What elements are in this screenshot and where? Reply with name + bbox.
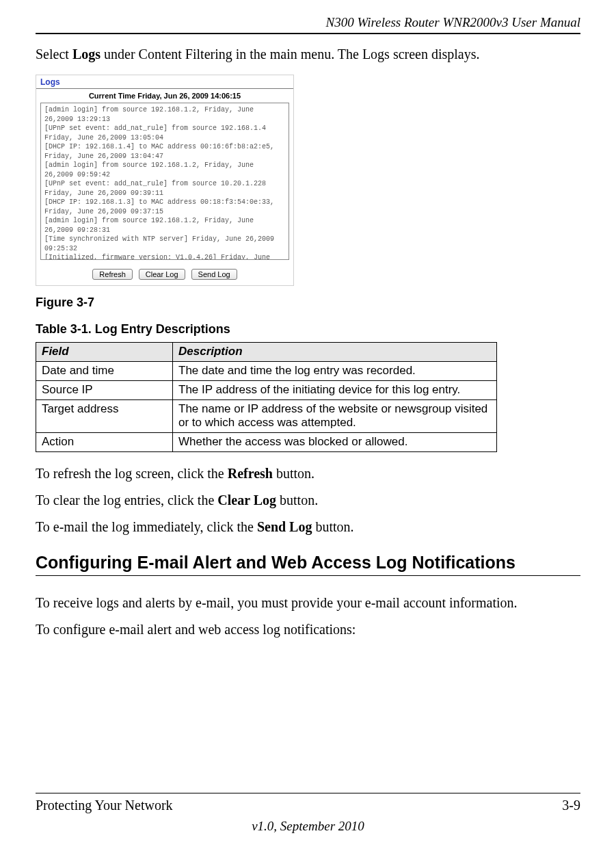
logs-current-time: Current Time Friday, Jun 26, 2009 14:06:… <box>36 89 293 102</box>
post-section-p2: To configure e-mail alert and web access… <box>36 620 580 639</box>
header-rule <box>36 33 580 34</box>
th-field: Field <box>36 343 173 362</box>
footer-left: Protecting Your Network <box>36 798 173 813</box>
p1-pre: To refresh the log screen, click the <box>36 466 228 481</box>
footer-line1: Protecting Your Network 3-9 <box>36 798 580 813</box>
intro-paragraph: Select Logs under Content Filtering in t… <box>36 47 580 62</box>
td-field: Action <box>36 433 173 452</box>
footer-rule <box>36 793 580 793</box>
logs-panel-title: Logs <box>36 75 293 88</box>
td-desc: Whether the access was blocked or allowe… <box>173 433 497 452</box>
table-caption: Table 3-1. Log Entry Descriptions <box>36 322 580 337</box>
page-header: N300 Wireless Router WNR2000v3 User Manu… <box>36 15 580 30</box>
table-header-row: Field Description <box>36 343 497 362</box>
figure-caption: Figure 3-7 <box>36 296 580 310</box>
clear-log-button[interactable]: Clear Log <box>139 269 185 280</box>
table-row: Date and time The date and time the log … <box>36 362 497 381</box>
th-description: Description <box>173 343 497 362</box>
refresh-instruction: To refresh the log screen, click the Ref… <box>36 464 580 483</box>
p3-bold: Send Log <box>257 519 312 534</box>
table-row: Target address The name or IP address of… <box>36 400 497 433</box>
td-desc: The name or IP address of the website or… <box>173 400 497 433</box>
logs-screenshot: Logs Current Time Friday, Jun 26, 2009 1… <box>36 75 294 286</box>
table-row: Action Whether the access was blocked or… <box>36 433 497 452</box>
td-desc: The date and time the log entry was reco… <box>173 362 497 381</box>
post-section-p1: To receive logs and alerts by e-mail, yo… <box>36 594 580 612</box>
p2-post: button. <box>276 493 318 508</box>
p1-post: button. <box>273 466 314 481</box>
send-log-button[interactable]: Send Log <box>191 269 237 280</box>
page-footer: Protecting Your Network 3-9 v1.0, Septem… <box>36 793 580 834</box>
footer-center: v1.0, September 2010 <box>36 819 580 834</box>
p1-bold: Refresh <box>228 466 273 481</box>
td-desc: The IP address of the initiating device … <box>173 381 497 400</box>
logs-textarea: [admin login] from source 192.168.1.2, F… <box>40 103 289 260</box>
send-instruction: To e-mail the log immediately, click the… <box>36 518 580 536</box>
table-row: Source IP The IP address of the initiati… <box>36 381 497 400</box>
p3-pre: To e-mail the log immediately, click the <box>36 519 257 534</box>
td-field: Source IP <box>36 381 173 400</box>
refresh-button[interactable]: Refresh <box>92 269 133 280</box>
td-field: Target address <box>36 400 173 433</box>
intro-pre: Select <box>36 47 72 62</box>
p3-post: button. <box>312 519 353 534</box>
footer-right: 3-9 <box>562 798 580 813</box>
logs-button-row: Refresh Clear Log Send Log <box>36 264 293 285</box>
td-field: Date and time <box>36 362 173 381</box>
clear-instruction: To clear the log entries, click the Clea… <box>36 491 580 510</box>
log-entry-table: Field Description Date and time The date… <box>36 342 497 452</box>
intro-bold: Logs <box>72 47 101 62</box>
p2-bold: Clear Log <box>217 493 276 508</box>
intro-post: under Content Filtering in the main menu… <box>101 47 480 62</box>
p2-pre: To clear the log entries, click the <box>36 493 217 508</box>
section-heading: Configuring E-mail Alert and Web Access … <box>36 553 580 576</box>
